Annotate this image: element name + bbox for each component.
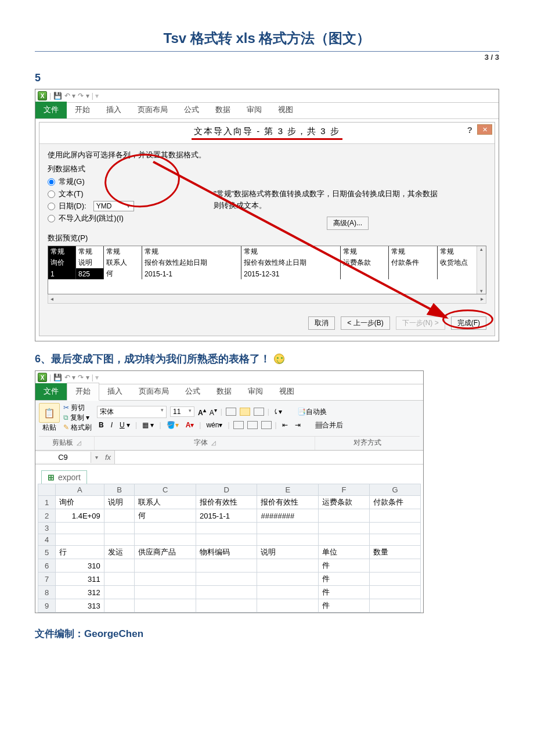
fill-color-button[interactable]: 🪣▾	[165, 420, 181, 430]
cell[interactable]: 询价	[56, 496, 104, 509]
cell[interactable]	[104, 509, 135, 523]
cell[interactable]: 件	[319, 559, 370, 573]
select-all-corner[interactable]	[38, 484, 56, 496]
orientation-icon[interactable]: ⤹▾	[273, 408, 282, 416]
col-header[interactable]: B	[104, 484, 135, 496]
tab-insert[interactable]: 插入	[99, 383, 131, 400]
tab-home[interactable]: 开始	[67, 383, 99, 401]
cell[interactable]: 物料编码	[196, 546, 257, 559]
col-header[interactable]: F	[319, 484, 370, 496]
cell[interactable]	[135, 534, 196, 546]
tab-insert[interactable]: 插入	[98, 102, 129, 118]
cell[interactable]	[257, 559, 319, 573]
cell[interactable]	[56, 523, 104, 534]
paste-label[interactable]: 粘贴	[39, 423, 60, 433]
cell[interactable]	[369, 573, 420, 586]
cell[interactable]	[369, 586, 420, 599]
tab-review[interactable]: 审阅	[240, 383, 271, 400]
advanced-button[interactable]: 高级(A)...	[327, 217, 369, 230]
date-format-combo[interactable]: YMD▼	[93, 201, 134, 211]
cell[interactable]: 行	[56, 546, 104, 559]
align-left-icon[interactable]	[233, 421, 244, 429]
cell[interactable]	[135, 573, 196, 586]
cell[interactable]	[104, 523, 135, 534]
col-header[interactable]: E	[257, 484, 319, 496]
radio-text-label[interactable]: 文本(T)	[59, 189, 84, 199]
row-header[interactable]: 6	[38, 559, 56, 573]
radio-skip[interactable]	[48, 215, 55, 222]
increase-font-icon[interactable]: A▴	[198, 407, 206, 417]
cell[interactable]	[135, 586, 196, 599]
back-button[interactable]: < 上一步(B)	[341, 316, 389, 330]
cell[interactable]: 件	[319, 573, 370, 586]
bold-button[interactable]: B	[97, 420, 106, 430]
cell[interactable]: 单位	[319, 546, 370, 559]
align-right-icon[interactable]	[261, 421, 272, 429]
cell[interactable]: 说明	[257, 546, 319, 559]
increase-indent-icon[interactable]: ⇥	[293, 420, 302, 430]
format-painter-button[interactable]: ✎格式刷	[63, 423, 92, 433]
tab-review[interactable]: 审阅	[239, 102, 270, 118]
cell[interactable]: 付款条件	[369, 496, 420, 509]
tab-data[interactable]: 数据	[207, 102, 239, 118]
name-box[interactable]: C9	[35, 452, 91, 463]
data-preview[interactable]: 常规 常规 常规 常规 常规 常规 常规 常规 询价 说明 联系人 报价有效性起…	[48, 246, 486, 294]
cell[interactable]: 件	[319, 586, 370, 599]
border-button[interactable]: ▦ ▾	[140, 420, 156, 430]
merge-button[interactable]: ▦合并后	[315, 420, 343, 430]
tab-data[interactable]: 数据	[208, 383, 240, 400]
help-button[interactable]: ?	[467, 125, 472, 135]
cell[interactable]: 运费条款	[319, 496, 370, 509]
cut-button[interactable]: ✂剪切	[63, 403, 92, 413]
cell[interactable]: 何	[135, 509, 196, 523]
cell[interactable]: 说明	[104, 496, 135, 509]
cell[interactable]: 310	[56, 559, 104, 573]
cell[interactable]	[319, 534, 370, 546]
row-header[interactable]: 4	[38, 534, 56, 546]
close-button[interactable]: ✕	[477, 124, 492, 135]
cell[interactable]: 发运	[104, 546, 135, 559]
tab-layout[interactable]: 页面布局	[129, 102, 176, 118]
align-middle-icon[interactable]	[240, 408, 250, 416]
row-header[interactable]: 3	[38, 523, 56, 534]
row-header[interactable]: 9	[38, 599, 56, 613]
cell[interactable]	[257, 573, 319, 586]
fx-icon[interactable]: fx	[102, 453, 114, 462]
cell[interactable]	[104, 534, 135, 546]
row-header[interactable]: 1	[38, 496, 56, 509]
paste-icon[interactable]: 📋	[39, 403, 60, 423]
cell[interactable]: 1.4E+09	[56, 509, 104, 523]
cell[interactable]	[369, 559, 420, 573]
cell[interactable]	[196, 599, 257, 613]
save-icon[interactable]: 💾	[53, 373, 62, 381]
tab-view[interactable]: 视图	[270, 102, 301, 118]
cell[interactable]	[369, 523, 420, 534]
align-center-icon[interactable]	[247, 421, 258, 429]
font-name-combo[interactable]: 宋体▾	[97, 406, 167, 418]
undo-icon[interactable]: ↶ ▾	[64, 373, 75, 381]
row-header[interactable]: 7	[38, 573, 56, 586]
cell[interactable]: 311	[56, 573, 104, 586]
cell[interactable]: 报价有效性	[196, 496, 257, 509]
dialog-launcher-icon[interactable]: ◿	[211, 440, 216, 446]
cancel-button[interactable]: 取消	[308, 316, 335, 330]
cell[interactable]	[56, 534, 104, 546]
formula-input[interactable]	[114, 451, 423, 464]
cell[interactable]	[369, 534, 420, 546]
namebox-dropdown-icon[interactable]: ▾	[91, 454, 102, 460]
row-header[interactable]: 8	[38, 586, 56, 599]
cell[interactable]: 供应商产品	[135, 546, 196, 559]
hscrollbar[interactable]: ◂▸	[48, 294, 486, 304]
radio-date-label[interactable]: 日期(D):	[59, 201, 86, 211]
dialog-launcher-icon[interactable]: ◿	[77, 440, 81, 446]
phonetic-button[interactable]: wén▾	[204, 420, 224, 430]
cell[interactable]	[196, 559, 257, 573]
decrease-indent-icon[interactable]: ⇤	[280, 420, 290, 430]
tab-view[interactable]: 视图	[271, 383, 302, 400]
radio-date[interactable]	[48, 203, 55, 210]
col-header[interactable]: G	[369, 484, 420, 496]
vscrollbar[interactable]: ▴▾	[477, 246, 486, 294]
save-icon[interactable]: 💾	[53, 92, 62, 100]
cell[interactable]	[104, 559, 135, 573]
cell[interactable]	[257, 599, 319, 613]
